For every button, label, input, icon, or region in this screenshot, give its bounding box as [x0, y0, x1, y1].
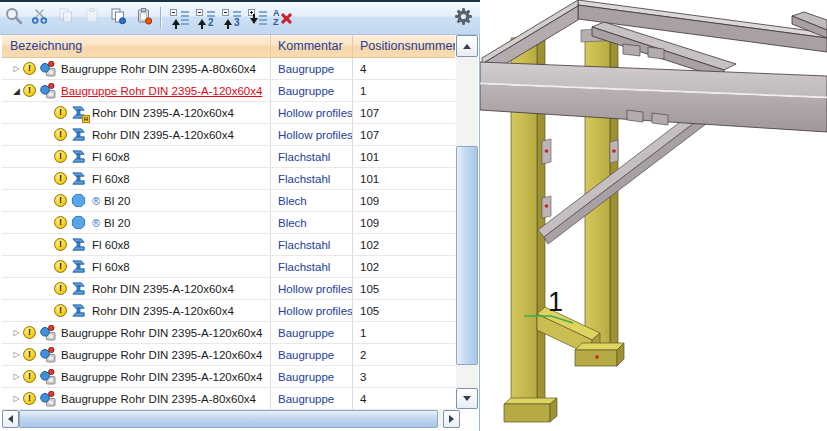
table-row[interactable]: Fl 60x8 Flachstahl 101 [2, 146, 455, 168]
copy-button[interactable] [54, 6, 78, 30]
table-row[interactable]: ▷ Baugruppe Rohr DIN 2395-A-80x60x4 Baug… [2, 388, 455, 410]
row-label: Rohr DIN 2395-A-120x60x4 [92, 305, 234, 317]
row-label: Baugruppe Rohr DIN 2395-A-120x60x4 [61, 85, 262, 97]
warning-icon [23, 326, 36, 339]
scroll-right-button[interactable] [443, 410, 460, 428]
arrow-left-icon [4, 415, 13, 423]
horizontal-scrollbar-thumb[interactable] [19, 410, 438, 428]
part-type-icon [71, 193, 87, 209]
arrow-down-icon [463, 396, 471, 405]
cell-designation: Fl 60x8 [2, 146, 270, 167]
tree-expander[interactable]: ▷ [10, 366, 23, 387]
part-type-icon [40, 61, 56, 77]
column-header-bezeichnung[interactable]: Bezeichnung [2, 35, 270, 57]
copy-special-button[interactable] [106, 6, 130, 30]
column-header-kommentar[interactable]: Kommentar [270, 35, 352, 57]
tree-expander[interactable]: ◢ [10, 80, 23, 101]
cell-comment: Flachstahl [270, 256, 352, 277]
table-row[interactable]: ▷ Baugruppe Rohr DIN 2395-A-80x60x4 Baug… [2, 58, 455, 80]
collapse-level-3-button[interactable]: 3 [219, 6, 243, 30]
part-type-icon [71, 237, 87, 253]
table-row[interactable]: ▷ Baugruppe Rohr DIN 2395-A-120x60x4 Bau… [2, 322, 455, 344]
tree-expander[interactable]: ▷ [10, 322, 23, 343]
table-body: ▷ Baugruppe Rohr DIN 2395-A-80x60x4 Baug… [2, 58, 455, 410]
table-row[interactable]: Rohr DIN 2395-A-120x60x4 Hollow profiles… [2, 300, 455, 322]
table-row[interactable]: Fl 60x8 Flachstahl 102 [2, 256, 455, 278]
warning-icon [54, 106, 67, 119]
warning-icon [54, 194, 67, 207]
table-row[interactable]: ® Bl 20 Blech 109 [2, 212, 455, 234]
row-label: Baugruppe Rohr DIN 2395-A-120x60x4 [61, 371, 262, 383]
scroll-left-button[interactable] [2, 410, 19, 428]
cell-position: 101 [352, 168, 455, 189]
cut-button[interactable] [28, 6, 52, 30]
part-type-icon [71, 281, 87, 297]
copy-special-icon [109, 7, 127, 29]
application-window: 2 3 A Z [0, 0, 827, 431]
cell-designation: Rohr DIN 2395-A-120x60x4 [2, 124, 270, 145]
scroll-down-button[interactable] [456, 388, 478, 409]
table-row[interactable]: ▷ Baugruppe Rohr DIN 2395-A-120x60x4 Bau… [2, 366, 455, 388]
cell-comment: Hollow profiles [270, 300, 352, 321]
model-canvas: 1 [480, 0, 827, 431]
table-row[interactable]: Rohr DIN 2395-A-120x60x4 Hollow profiles… [2, 278, 455, 300]
vertical-scrollbar-thumb[interactable] [456, 146, 478, 365]
row-label: Fl 60x8 [92, 239, 130, 251]
table-row[interactable]: ◢ Baugruppe Rohr DIN 2395-A-120x60x4 Bau… [2, 80, 455, 102]
vertical-scrollbar[interactable] [456, 35, 478, 409]
expand-all-button[interactable] [245, 6, 269, 30]
table-row[interactable]: Fl 60x8 Flachstahl 101 [2, 168, 455, 190]
red-x-icon [280, 12, 292, 24]
collapse-level-1-icon [170, 9, 189, 28]
table-row[interactable]: ® Bl 20 Blech 109 [2, 190, 455, 212]
settings-button[interactable] [451, 6, 475, 30]
paste-button[interactable] [80, 6, 104, 30]
scissors-icon [31, 7, 49, 29]
cell-comment: Baugruppe [270, 344, 352, 365]
paste-special-icon [135, 7, 153, 29]
tree-expander[interactable]: ▷ [10, 58, 23, 79]
row-label: Fl 60x8 [92, 151, 130, 163]
table-row[interactable]: ▷ Baugruppe Rohr DIN 2395-A-120x60x4 Bau… [2, 344, 455, 366]
cell-position: 4 [352, 58, 455, 79]
gear-icon [454, 7, 473, 30]
cell-designation: ▷ Baugruppe Rohr DIN 2395-A-120x60x4 [2, 322, 270, 343]
column-header-positionsnummer[interactable]: Positionsnummer [352, 35, 455, 57]
cell-position: 105 [352, 300, 455, 321]
cell-comment: Flachstahl [270, 234, 352, 255]
part-type-icon [71, 215, 87, 231]
cell-designation: ® Bl 20 [2, 190, 270, 211]
cell-designation: Fl 60x8 [2, 234, 270, 255]
parts-list-panel: 2 3 A Z [0, 0, 480, 431]
table-row[interactable]: H Rohr DIN 2395-A-120x60x4 Hollow profil… [2, 102, 455, 124]
warning-icon [54, 150, 67, 163]
row-label: Baugruppe Rohr DIN 2395-A-120x60x4 [61, 327, 262, 339]
warning-icon [54, 238, 67, 251]
table-row[interactable]: Rohr DIN 2395-A-120x60x4 Hollow profiles… [2, 124, 455, 146]
cell-designation: Fl 60x8 [2, 256, 270, 277]
cell-designation: Rohr DIN 2395-A-120x60x4 [2, 300, 270, 321]
paste-special-button[interactable] [132, 6, 156, 30]
horizontal-scrollbar[interactable] [2, 410, 460, 428]
collapse-level-3-icon: 3 [222, 9, 241, 28]
viewport-3d[interactable]: 1 [480, 0, 827, 431]
search-button[interactable] [2, 6, 26, 30]
collapse-level-1-button[interactable] [167, 6, 191, 30]
collapse-level-2-button[interactable]: 2 [193, 6, 217, 30]
row-label: Baugruppe Rohr DIN 2395-A-80x60x4 [61, 393, 256, 405]
scroll-up-button[interactable] [456, 35, 478, 57]
cell-position: 109 [352, 190, 455, 211]
cell-comment: Hollow profiles [270, 124, 352, 145]
cell-comment: Baugruppe [270, 80, 352, 101]
warning-icon [23, 348, 36, 361]
collapse-level-2-icon: 2 [196, 9, 215, 28]
tree-expander[interactable]: ▷ [10, 344, 23, 365]
toolbar: 2 3 A Z [0, 2, 480, 35]
warning-icon [23, 370, 36, 383]
cell-designation: Rohr DIN 2395-A-120x60x4 [2, 278, 270, 299]
tree-expander[interactable]: ▷ [10, 388, 23, 409]
table-row[interactable]: Fl 60x8 Flachstahl 102 [2, 234, 455, 256]
cell-comment: Baugruppe [270, 388, 352, 409]
warning-icon [54, 282, 67, 295]
remove-sorting-button[interactable]: A Z [271, 6, 295, 30]
